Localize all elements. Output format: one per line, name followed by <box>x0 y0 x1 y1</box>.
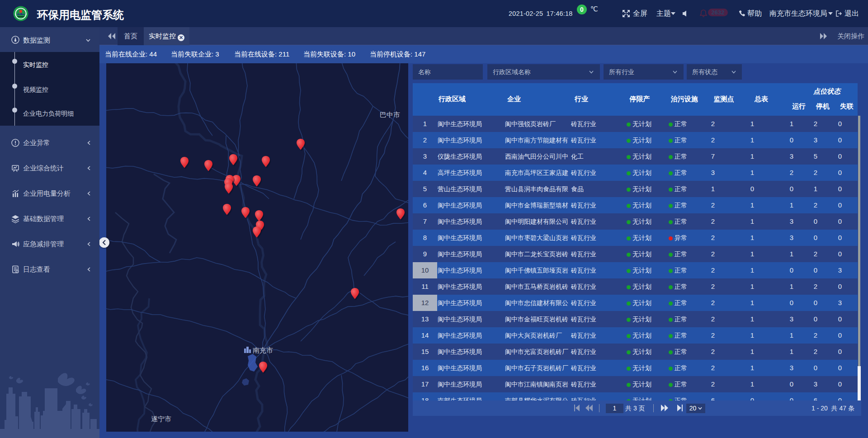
svg-text:南充市: 南充市 <box>253 346 273 354</box>
svg-text:遂宁市: 遂宁市 <box>151 415 171 423</box>
svg-text:巴中市: 巴中市 <box>380 111 400 118</box>
